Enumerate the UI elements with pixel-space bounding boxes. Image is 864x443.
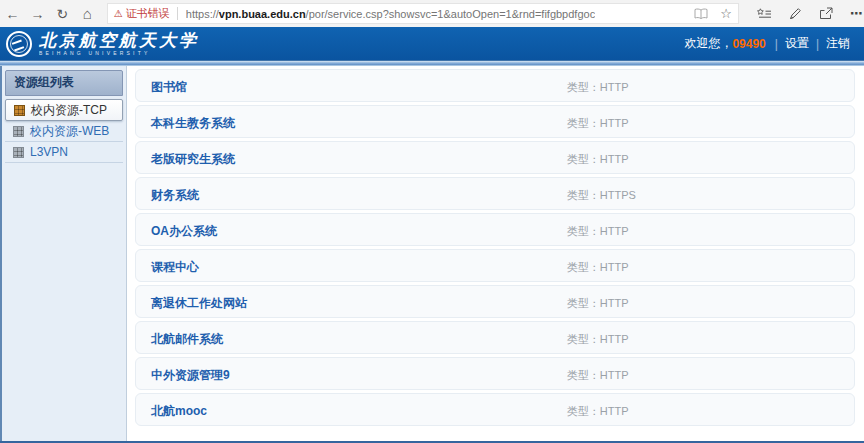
sidebar-item-label: 校内资源-TCP xyxy=(31,102,107,119)
resource-list: 图书馆类型：HTTP本科生教务系统类型：HTTP老版研究生系统类型：HTTP财务… xyxy=(127,66,864,441)
university-name: 北京航空航天大学 BEIHANG UNIVERSITY xyxy=(39,32,199,56)
browser-toolbar: ← → ↻ ⌂ ⚠ 证书错误 https://vpn.buaa.edu.cn/p… xyxy=(0,0,864,27)
resource-row: 图书馆类型：HTTP xyxy=(135,69,855,102)
resource-type: 类型：HTTP xyxy=(567,224,629,239)
resource-type: 类型：HTTP xyxy=(567,296,629,311)
resource-link[interactable]: 离退休工作处网站 xyxy=(151,295,247,312)
sidebar-item[interactable]: 校内资源-WEB xyxy=(5,121,123,142)
resource-row: 北航邮件系统类型：HTTP xyxy=(135,321,855,354)
resource-row: 本科生教务系统类型：HTTP xyxy=(135,105,855,138)
resource-row: 财务系统类型：HTTPS xyxy=(135,177,855,210)
user-id: 09490 xyxy=(732,37,765,51)
logout-link[interactable]: 注销 xyxy=(826,35,850,52)
hub-icon[interactable] xyxy=(757,8,772,20)
resource-row: OA办公系统类型：HTTP xyxy=(135,213,855,246)
resource-link[interactable]: 图书馆 xyxy=(151,79,187,96)
resource-row: 中外资源管理9类型：HTTP xyxy=(135,357,855,390)
more-options-icon[interactable]: ⋯ xyxy=(850,6,864,21)
resource-type: 类型：HTTP xyxy=(567,260,629,275)
favorite-star-icon[interactable]: ☆ xyxy=(720,6,732,21)
sidebar-list: 校内资源-TCP校内资源-WEBL3VPN xyxy=(2,99,126,163)
address-bar[interactable]: ⚠ 证书错误 https://vpn.buaa.edu.cn/por/servi… xyxy=(107,3,739,24)
web-note-pen-icon[interactable] xyxy=(789,7,802,20)
resource-type: 类型：HTTP xyxy=(567,332,629,347)
url-separator xyxy=(177,7,178,20)
resource-link[interactable]: 中外资源管理9 xyxy=(151,367,230,384)
resource-link[interactable]: 北航mooc xyxy=(151,403,207,420)
home-icon[interactable]: ⌂ xyxy=(75,6,100,21)
settings-link[interactable]: 设置 xyxy=(785,35,809,52)
resource-row: 课程中心类型：HTTP xyxy=(135,249,855,282)
forward-icon[interactable]: → xyxy=(25,7,50,21)
resource-link[interactable]: 课程中心 xyxy=(151,259,199,276)
resource-type: 类型：HTTP xyxy=(567,80,629,95)
cert-warning-icon: ⚠ xyxy=(114,8,123,19)
resource-group-icon xyxy=(13,126,24,137)
resource-row: 离退休工作处网站类型：HTTP xyxy=(135,285,855,318)
resource-row: 老版研究生系统类型：HTTP xyxy=(135,141,855,174)
url-text: https://vpn.buaa.edu.cn/por/service.csp?… xyxy=(186,8,595,20)
university-name-cn: 北京航空航天大学 xyxy=(39,32,199,49)
sidebar: 资源组列表 校内资源-TCP校内资源-WEBL3VPN xyxy=(0,66,127,441)
resource-type: 类型：HTTP xyxy=(567,368,629,383)
resource-type: 类型：HTTP xyxy=(567,404,629,419)
resource-type: 类型：HTTPS xyxy=(567,188,636,203)
resource-group-icon xyxy=(14,105,25,116)
resource-type: 类型：HTTP xyxy=(567,116,629,131)
refresh-icon[interactable]: ↻ xyxy=(50,7,75,21)
content: 资源组列表 校内资源-TCP校内资源-WEBL3VPN 图书馆类型：HTTP本科… xyxy=(0,66,864,443)
resource-group-icon xyxy=(13,147,24,158)
welcome-label: 欢迎您， xyxy=(684,35,732,52)
resource-link[interactable]: OA办公系统 xyxy=(151,223,217,240)
back-icon[interactable]: ← xyxy=(0,7,25,21)
resource-link[interactable]: 财务系统 xyxy=(151,187,199,204)
university-name-en: BEIHANG UNIVERSITY xyxy=(39,51,199,56)
user-menu: 欢迎您， 09490 | 设置 | 注销 xyxy=(684,35,850,52)
resource-type: 类型：HTTP xyxy=(567,152,629,167)
university-logo xyxy=(6,31,32,57)
resource-link[interactable]: 老版研究生系统 xyxy=(151,151,235,168)
sidebar-item[interactable]: 校内资源-TCP xyxy=(5,99,123,121)
share-icon[interactable] xyxy=(819,7,833,20)
sidebar-item[interactable]: L3VPN xyxy=(5,142,123,163)
resource-row: 北航mooc类型：HTTP xyxy=(135,393,855,426)
sidebar-item-label: 校内资源-WEB xyxy=(30,123,109,140)
resource-link[interactable]: 北航邮件系统 xyxy=(151,331,223,348)
url-domain: vpn.buaa.edu.cn xyxy=(219,8,306,20)
portal-header: 北京航空航天大学 BEIHANG UNIVERSITY 欢迎您， 09490 |… xyxy=(0,27,864,60)
reading-view-icon[interactable] xyxy=(694,8,708,20)
cert-error-label[interactable]: 证书错误 xyxy=(126,6,170,21)
resource-group-list-title: 资源组列表 xyxy=(5,70,123,96)
resource-link[interactable]: 本科生教务系统 xyxy=(151,115,235,132)
sidebar-item-label: L3VPN xyxy=(30,145,68,159)
